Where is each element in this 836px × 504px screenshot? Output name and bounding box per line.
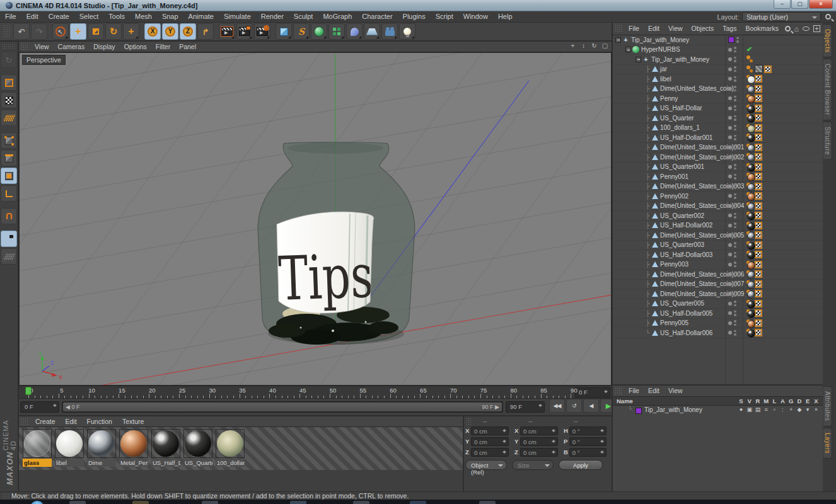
render-visibility-dot[interactable]	[734, 261, 736, 264]
uvw-tag-icon[interactable]	[755, 153, 762, 161]
object-tags[interactable]	[746, 270, 762, 278]
object-tags[interactable]	[746, 280, 762, 288]
om-menu-tags[interactable]: Tags	[718, 23, 741, 34]
render-visibility-dot[interactable]	[734, 265, 736, 268]
object-name[interactable]: US_Half-Dollar002	[660, 222, 712, 229]
viewport-menu-filter[interactable]: Filter	[151, 42, 175, 52]
object-tags[interactable]	[746, 94, 762, 102]
object-name[interactable]: US_Half-Dollar005	[660, 310, 712, 317]
add-subdivision-surface-button[interactable]	[311, 23, 327, 40]
object-tags[interactable]	[746, 319, 762, 327]
layer-menu-view[interactable]: View	[664, 386, 687, 396]
om-menu-objects[interactable]: Objects	[687, 23, 719, 34]
visibility-toggles[interactable]	[728, 47, 736, 52]
object-tags[interactable]	[746, 153, 762, 161]
generators-icon[interactable]: +	[787, 406, 795, 413]
uvw-tag-icon[interactable]	[755, 173, 762, 180]
viewport-menu-grip[interactable]	[21, 43, 28, 50]
tree-expander[interactable]	[615, 37, 621, 43]
visibility-toggles[interactable]	[728, 144, 736, 150]
material-item[interactable]: glass	[21, 428, 53, 469]
rotation-p-field[interactable]: 0 °	[569, 437, 607, 446]
uvw-tag-icon[interactable]	[755, 134, 762, 141]
object-tags[interactable]	[746, 124, 762, 132]
render-view-button[interactable]	[219, 23, 235, 40]
visibility-toggles[interactable]	[728, 125, 736, 130]
home-icon[interactable]: ⌂	[794, 26, 799, 32]
viewport-menu-cameras[interactable]: Cameras	[54, 42, 90, 52]
timeline-playhead[interactable]	[25, 387, 32, 395]
object-tags[interactable]	[746, 75, 762, 83]
render-visibility-dot[interactable]	[734, 183, 736, 186]
visibility-toggles[interactable]	[728, 291, 736, 297]
model-mode-button[interactable]	[1, 74, 17, 91]
tree-row[interactable]: +Tip_Jar_with_Money	[613, 35, 823, 45]
render-visibility-dot[interactable]	[734, 216, 736, 219]
render-visibility-dot[interactable]	[734, 301, 736, 303]
solo-dot-icon[interactable]: ●	[737, 406, 745, 413]
object-name[interactable]: Penny	[660, 95, 678, 102]
add-deformer-button[interactable]	[346, 23, 363, 40]
render-visibility-dot[interactable]	[734, 222, 736, 225]
visibility-toggles[interactable]	[728, 330, 736, 336]
texture-tag-icon[interactable]	[747, 105, 755, 113]
editor-visibility-dot[interactable]	[728, 106, 732, 110]
eye-icon[interactable]	[803, 26, 810, 31]
zoom-view-icon[interactable]: ↕	[579, 42, 588, 49]
command-search-icon[interactable]	[825, 14, 831, 20]
visibility-toggles[interactable]	[728, 301, 736, 306]
pan-view-icon[interactable]: +	[569, 42, 577, 49]
render-visibility-dot[interactable]	[734, 252, 736, 255]
uvw-tag-icon[interactable]	[755, 280, 762, 288]
tab-content-browser[interactable]: Content Browser	[823, 59, 832, 120]
texture-tag-icon[interactable]	[747, 271, 755, 279]
menu-character[interactable]: Character	[357, 11, 397, 22]
render-visibility-dot[interactable]	[734, 50, 736, 53]
uvw-tag-icon[interactable]	[755, 241, 762, 249]
render-visibility-dot[interactable]	[734, 96, 736, 98]
windows-taskbar[interactable]	[0, 500, 836, 504]
menu-tools[interactable]: Tools	[103, 11, 130, 22]
uvw-tag-icon[interactable]	[755, 222, 762, 229]
object-tags[interactable]	[746, 212, 762, 219]
visibility-toggles[interactable]	[728, 232, 736, 238]
render-visibility-dot[interactable]	[734, 89, 736, 92]
editor-visibility-dot[interactable]	[728, 96, 732, 100]
render-visibility-dot[interactable]	[734, 158, 736, 160]
ruler-frame-field[interactable]: 0 F	[575, 387, 610, 398]
deformers-icon[interactable]: ◆	[795, 406, 803, 413]
uvw-tag-icon[interactable]	[755, 212, 762, 219]
layer-menu-edit[interactable]: Edit	[644, 386, 664, 396]
texture-tag-icon[interactable]	[747, 183, 755, 192]
editor-visibility-dot[interactable]	[728, 214, 732, 217]
menu-render[interactable]: Render	[256, 11, 289, 22]
om-menu-file[interactable]: File	[624, 23, 644, 34]
position-y-field[interactable]: 0 cm	[471, 437, 509, 446]
texture-tag-icon[interactable]	[747, 281, 755, 289]
object-name[interactable]: US_Half-Dollar001	[660, 134, 712, 141]
texture-tag-icon[interactable]	[747, 301, 755, 309]
texture-tag-icon[interactable]	[747, 251, 755, 260]
editor-visibility-dot[interactable]	[728, 175, 732, 178]
tree-row[interactable]: ├Dime(United_States_coin)007	[613, 280, 823, 290]
material-item[interactable]: US_Half_D	[150, 428, 182, 469]
render-visibility-dot[interactable]	[734, 86, 736, 88]
enable-axis-button[interactable]	[1, 185, 17, 202]
viewport-menu-panel[interactable]: Panel	[175, 42, 200, 52]
render-settings-button[interactable]	[254, 23, 270, 40]
animation-icon[interactable]: :	[779, 406, 787, 413]
object-name[interactable]: US_Half-Dollar006	[660, 329, 712, 336]
render-visibility-dot[interactable]	[734, 118, 736, 121]
render-visibility-dot[interactable]	[734, 99, 736, 101]
menu-snap[interactable]: Snap	[157, 11, 183, 22]
position-z-field[interactable]: 0 cm	[471, 448, 509, 457]
render-visibility-dot[interactable]	[734, 291, 736, 294]
editor-visibility-dot[interactable]	[728, 253, 732, 256]
visibility-toggles[interactable]	[728, 57, 736, 62]
phong-tag-icon[interactable]	[746, 66, 753, 73]
live-selection-button[interactable]: ↖	[52, 23, 69, 40]
position-x-field[interactable]: 0 cm	[471, 427, 509, 435]
object-tags[interactable]	[746, 192, 762, 200]
object-name[interactable]: US_Half-Dollar003	[660, 251, 712, 258]
object-name[interactable]: 100_dollars_1	[660, 124, 700, 131]
